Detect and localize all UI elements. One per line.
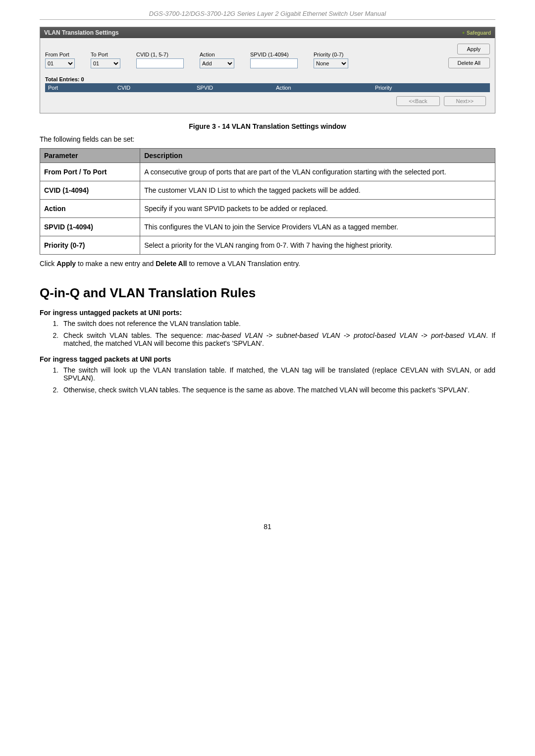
action-col: Action Add — [200, 52, 234, 68]
total-entries-label: Total Entries: 0 — [45, 76, 490, 82]
vlan-translation-panel: VLAN Translation Settings Safeguard From… — [40, 27, 495, 113]
param-label: From Port / To Port — [40, 163, 140, 181]
table-row: Action Specify if you want SPVID packets… — [40, 200, 495, 218]
list-item: The switch does not reference the VLAN t… — [60, 320, 495, 327]
table-row: CVID (1-4094) The customer VLAN ID List … — [40, 181, 495, 200]
delete-all-button[interactable]: Delete All — [448, 57, 490, 68]
col-action: Action — [273, 83, 372, 92]
to-port-col: To Port 01 — [91, 52, 120, 68]
subheading-ingress-untagged: For ingress untagged packets at UNI port… — [40, 309, 495, 317]
priority-col: Priority (0-7) None — [314, 52, 348, 68]
list-item: Check switch VLAN tables. The sequence: … — [60, 331, 495, 347]
param-desc: A consecutive group of ports that are pa… — [140, 163, 495, 181]
th-description: Description — [140, 149, 495, 163]
panel-titlebar: VLAN Translation Settings Safeguard — [40, 27, 495, 38]
parameter-table: Parameter Description From Port / To Por… — [40, 148, 495, 255]
spvid-label: SPVID (1-4094) — [250, 52, 298, 57]
spvid-input[interactable] — [250, 58, 298, 68]
action-label: Action — [200, 52, 234, 57]
list-tagged: The switch will look up the VLAN transla… — [40, 366, 495, 394]
figure-caption: Figure 3 - 14 VLAN Translation Settings … — [40, 122, 495, 130]
priority-select[interactable]: None — [314, 58, 348, 68]
from-port-col: From Port 01 — [45, 52, 75, 68]
apply-button[interactable]: Apply — [457, 44, 490, 54]
spvid-col: SPVID (1-4094) — [250, 52, 298, 68]
page-number: 81 — [40, 523, 495, 531]
back-button[interactable]: <<Back — [396, 96, 439, 106]
cvid-input[interactable] — [136, 58, 184, 68]
param-desc: This configures the VLAN to join the Ser… — [140, 218, 495, 236]
to-port-select[interactable]: 01 — [91, 58, 120, 68]
param-label: Priority (0-7) — [40, 236, 140, 255]
list-untagged: The switch does not reference the VLAN t… — [40, 320, 495, 347]
result-header-row: Port CVID SPVID Action Priority — [45, 83, 490, 92]
intro-text: The following fields can be set: — [40, 135, 495, 143]
next-button[interactable]: Next>> — [444, 96, 486, 106]
param-label: SPVID (1-4094) — [40, 218, 140, 236]
cvid-label: CVID (1, 5-7) — [136, 52, 184, 57]
priority-label: Priority (0-7) — [314, 52, 348, 57]
col-port: Port — [45, 83, 114, 92]
header-rule — [40, 19, 495, 20]
page-header: DGS-3700-12/DGS-3700-12G Series Layer 2 … — [40, 10, 495, 17]
list-item: Otherwise, check switch VLAN tables. The… — [60, 386, 495, 394]
col-priority: Priority — [372, 83, 490, 92]
th-parameter: Parameter — [40, 149, 140, 163]
param-desc: Select a priority for the VLAN ranging f… — [140, 236, 495, 255]
section-heading: Q-in-Q and VLAN Translation Rules — [40, 285, 495, 301]
subheading-ingress-tagged: For ingress tagged packets at UNI ports — [40, 355, 495, 363]
param-label: Action — [40, 200, 140, 218]
action-select[interactable]: Add — [200, 58, 234, 68]
list-item: The switch will look up the VLAN transla… — [60, 366, 495, 382]
param-label: CVID (1-4094) — [40, 181, 140, 200]
table-row: From Port / To Port A consecutive group … — [40, 163, 495, 181]
to-port-label: To Port — [91, 52, 120, 57]
cvid-col: CVID (1, 5-7) — [136, 52, 184, 68]
panel-title-text: VLAN Translation Settings — [44, 29, 119, 36]
from-port-select[interactable]: 01 — [45, 58, 75, 68]
after-table-text: Click Apply to make a new entry and Dele… — [40, 260, 495, 268]
col-spvid: SPVID — [194, 83, 273, 92]
param-desc: Specify if you want SPVID packets to be … — [140, 200, 495, 218]
safeguard-badge: Safeguard — [462, 30, 491, 36]
from-port-label: From Port — [45, 52, 75, 57]
table-row: SPVID (1-4094) This configures the VLAN … — [40, 218, 495, 236]
col-cvid: CVID — [114, 83, 194, 92]
param-desc: The customer VLAN ID List to which the t… — [140, 181, 495, 200]
table-row: Priority (0-7) Select a priority for the… — [40, 236, 495, 255]
